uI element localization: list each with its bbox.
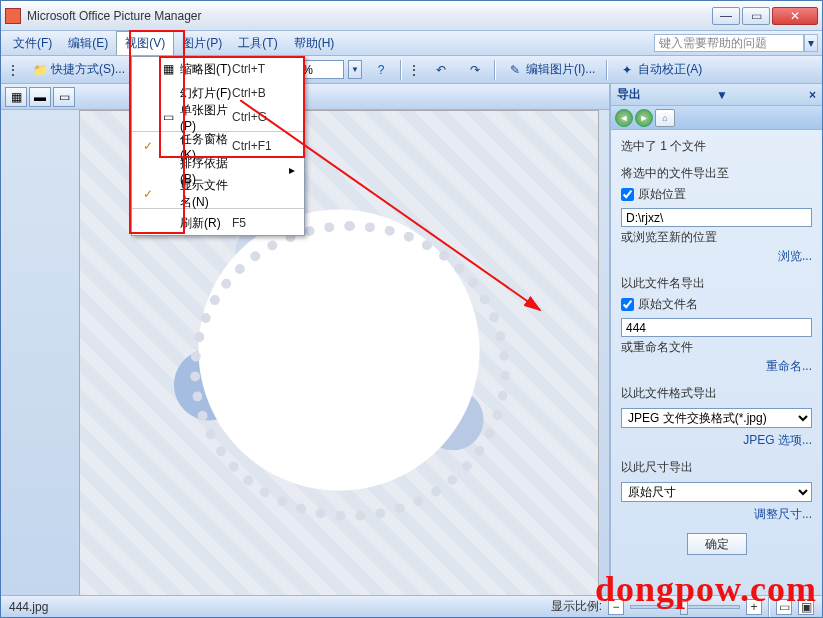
- nav-home-button[interactable]: ⌂: [655, 109, 675, 127]
- submenu-arrow-icon: ▸: [286, 163, 298, 177]
- window-title: Microsoft Office Picture Manager: [27, 9, 712, 23]
- status-filename: 444.jpg: [9, 600, 48, 614]
- fmt-sect-label: 以此文件格式导出: [621, 385, 812, 402]
- name-sect-label: 以此文件名导出: [621, 275, 812, 292]
- separator: [400, 60, 402, 80]
- menu-view[interactable]: 视图(V): [116, 31, 174, 55]
- menu-picture[interactable]: 图片(P): [174, 32, 230, 55]
- panel-dropdown-icon[interactable]: ▼: [716, 88, 728, 102]
- toolbar: ⋮ 📁快捷方式(S)... ▦ ▬ ▭ 🔍 93% ▼ ? ⋮ ↶ ↷ ✎编辑图…: [1, 56, 822, 84]
- grip-icon: ⋮: [5, 62, 21, 78]
- separator: [606, 60, 608, 80]
- app-icon: [5, 8, 21, 24]
- panel-nav: ◄ ► ⌂: [611, 106, 822, 130]
- item-icon: ▭: [158, 110, 178, 124]
- help-search-input[interactable]: 键入需要帮助的问题: [654, 34, 804, 52]
- item-label: 缩略图(T): [178, 61, 232, 78]
- separator: [494, 60, 496, 80]
- nav-back-button[interactable]: ◄: [615, 109, 633, 127]
- edit-icon: ✎: [507, 62, 523, 78]
- edit-picture-button[interactable]: ✎编辑图片(I)...: [500, 59, 602, 81]
- orig-location-check[interactable]: [621, 188, 634, 201]
- item-label: 单张图片(P): [178, 102, 232, 133]
- watermark: dongpow.com: [595, 568, 817, 610]
- orig-name-checkbox[interactable]: 原始文件名: [621, 296, 812, 313]
- size-sect-label: 以此尺寸导出: [621, 459, 812, 476]
- item-label: 幻灯片(F): [178, 85, 232, 102]
- size-select[interactable]: 原始尺寸: [621, 482, 812, 502]
- auto-label: 自动校正(A): [638, 61, 702, 78]
- export-panel: 导出 ▼ × ◄ ► ⌂ 选中了 1 个文件 将选中的文件导出至 原始位置 或浏…: [610, 84, 822, 595]
- view-btn-3[interactable]: ▭: [53, 87, 75, 107]
- nav-fwd-button[interactable]: ►: [635, 109, 653, 127]
- rotate-right-icon: ↷: [467, 62, 483, 78]
- menu-item[interactable]: ▦缩略图(T)Ctrl+T: [132, 57, 304, 81]
- close-button[interactable]: ✕: [772, 7, 818, 25]
- panel-title: 导出: [617, 86, 641, 103]
- format-select[interactable]: JPEG 文件交换格式(*.jpg): [621, 408, 812, 428]
- help-dropdown[interactable]: ▾: [804, 34, 818, 52]
- shortcut-label: F5: [232, 216, 286, 230]
- check-icon: ✓: [138, 187, 158, 201]
- menu-bar: 文件(F) 编辑(E) 视图(V) 图片(P) 工具(T) 帮助(H) 键入需要…: [1, 31, 822, 56]
- menu-help[interactable]: 帮助(H): [286, 32, 343, 55]
- menu-edit[interactable]: 编辑(E): [60, 32, 116, 55]
- shortcut-label: Ctrl+B: [232, 86, 286, 100]
- panel-header: 导出 ▼ ×: [611, 84, 822, 106]
- panel-close-icon[interactable]: ×: [809, 88, 816, 102]
- title-bar: Microsoft Office Picture Manager — ▭ ✕: [1, 1, 822, 31]
- orig-location-label: 原始位置: [638, 186, 686, 203]
- shortcut-button[interactable]: 📁快捷方式(S)...: [25, 59, 132, 81]
- view-menu-dropdown: ▦缩略图(T)Ctrl+T幻灯片(F)Ctrl+B▭单张图片(P)Ctrl+G✓…: [131, 56, 305, 236]
- browse-to-label: 或浏览至新的位置: [621, 229, 812, 246]
- auto-correct-button[interactable]: ✦自动校正(A): [612, 59, 709, 81]
- rotate-left-button[interactable]: ↶: [426, 59, 456, 81]
- selection-count: 选中了 1 个文件: [621, 138, 812, 155]
- check-icon: ✓: [138, 139, 158, 153]
- menu-tools[interactable]: 工具(T): [230, 32, 285, 55]
- rename-label: 或重命名文件: [621, 339, 812, 356]
- orig-location-checkbox[interactable]: 原始位置: [621, 186, 812, 203]
- shortcut-icon: 📁: [32, 62, 48, 78]
- orig-name-label: 原始文件名: [638, 296, 698, 313]
- auto-icon: ✦: [619, 62, 635, 78]
- menu-item[interactable]: ▭单张图片(P)Ctrl+G: [132, 105, 304, 129]
- maximize-button[interactable]: ▭: [742, 7, 770, 25]
- view-btn-1[interactable]: ▦: [5, 87, 27, 107]
- item-icon: ▦: [158, 62, 178, 76]
- browse-link[interactable]: 浏览...: [621, 248, 812, 265]
- rename-link[interactable]: 重命名...: [621, 358, 812, 375]
- menu-item[interactable]: ✓显示文件名(N): [132, 182, 304, 206]
- export-to-label: 将选中的文件导出至: [621, 165, 812, 182]
- shortcut-label: Ctrl+T: [232, 62, 286, 76]
- item-label: 显示文件名(N): [178, 177, 232, 211]
- view-btn-2[interactable]: ▬: [29, 87, 51, 107]
- menu-item[interactable]: 刷新(R)F5: [132, 211, 304, 235]
- item-label: 刷新(R): [178, 215, 232, 232]
- rotate-left-icon: ↶: [433, 62, 449, 78]
- shortcut-label: Ctrl+G: [232, 110, 286, 124]
- zoom-dropdown[interactable]: ▼: [348, 60, 362, 79]
- ok-button[interactable]: 确定: [687, 533, 747, 555]
- view-bar: ▦ ▬ ▭: [1, 84, 609, 110]
- shortcut-label: 快捷方式(S)...: [51, 61, 125, 78]
- shortcut-label: Ctrl+F1: [232, 139, 286, 153]
- orig-name-check[interactable]: [621, 298, 634, 311]
- resize-link[interactable]: 调整尺寸...: [621, 506, 812, 523]
- path-input[interactable]: [621, 208, 812, 227]
- filename-input[interactable]: [621, 318, 812, 337]
- help-icon: ?: [373, 62, 389, 78]
- image-canvas: ▦ ▬ ▭: [1, 84, 610, 595]
- minimize-button[interactable]: —: [712, 7, 740, 25]
- help-button[interactable]: ?: [366, 59, 396, 81]
- menu-file[interactable]: 文件(F): [5, 32, 60, 55]
- grip-icon: ⋮: [406, 62, 422, 78]
- edit-label: 编辑图片(I)...: [526, 61, 595, 78]
- rotate-right-button[interactable]: ↷: [460, 59, 490, 81]
- jpeg-options-link[interactable]: JPEG 选项...: [621, 432, 812, 449]
